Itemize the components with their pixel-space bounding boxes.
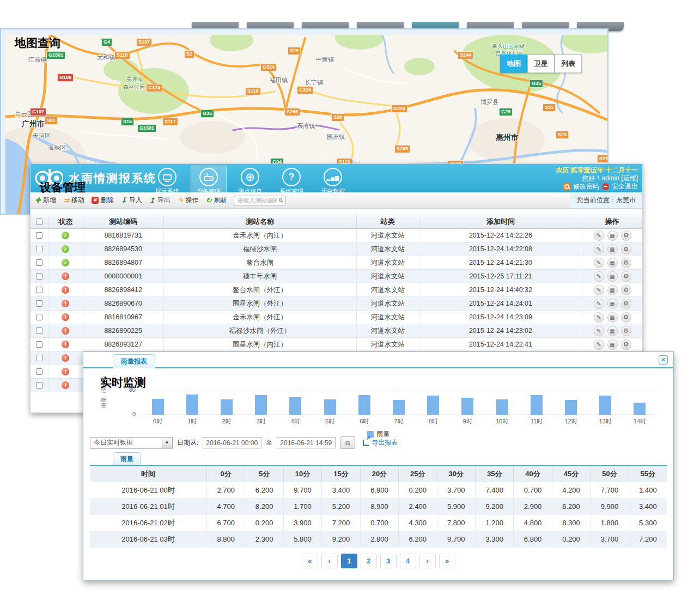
calendar-icon[interactable]	[607, 230, 618, 241]
row-checkbox[interactable]	[36, 287, 42, 293]
gear-icon[interactable]	[621, 244, 631, 254]
edit-icon[interactable]	[594, 312, 604, 323]
nav-item[interactable]: 系统管理	[273, 166, 309, 198]
row-checkbox[interactable]	[36, 327, 42, 334]
toolbar-button[interactable]: 删除	[92, 196, 114, 205]
edit-icon[interactable]	[594, 244, 604, 254]
chart-bar: 14时	[623, 390, 657, 415]
row-checkbox[interactable]	[36, 341, 42, 348]
date-to-input[interactable]	[277, 437, 336, 448]
edit-icon[interactable]	[594, 230, 604, 241]
row-checkbox[interactable]	[36, 246, 42, 252]
date-from-input[interactable]	[203, 437, 261, 448]
station-code: 8826898412	[83, 283, 164, 296]
row-checkbox[interactable]	[36, 273, 42, 280]
map-type-button[interactable]: 列表	[555, 54, 582, 73]
page-button[interactable]: 1	[341, 554, 357, 568]
page-button[interactable]: 3	[380, 554, 397, 568]
calendar-icon[interactable]	[607, 285, 618, 295]
map-type-button[interactable]: 地图	[500, 54, 527, 73]
edit-icon[interactable]	[594, 326, 604, 336]
station-name: 金禾水闸（内江）	[164, 229, 357, 242]
edit-icon[interactable]	[594, 339, 604, 350]
toolbar-button[interactable]: 导入	[121, 196, 142, 205]
status-icon	[62, 327, 69, 335]
gear-icon[interactable]	[621, 339, 631, 350]
row-checkbox[interactable]	[36, 355, 42, 361]
gear-icon[interactable]	[621, 230, 631, 241]
chart-bar: 7时	[381, 390, 416, 415]
gear-icon[interactable]	[621, 299, 631, 309]
search-icon[interactable]	[279, 198, 282, 201]
page-button[interactable]: ‹	[321, 554, 338, 568]
nav-item[interactable]: 历史数据	[315, 166, 351, 198]
road-badge: G324	[391, 105, 407, 113]
table-row: 8826894807 鳌台水闸 河道水文站 2015-12-24 14:21:3…	[31, 256, 642, 270]
status-icon	[62, 245, 69, 253]
chart-x-axis	[141, 415, 657, 415]
query-button[interactable]	[340, 436, 355, 449]
chart-bar: 6时	[347, 390, 381, 415]
minute-header: 5分	[245, 466, 283, 482]
row-checkbox[interactable]	[36, 382, 42, 389]
road-badge: S81	[45, 117, 58, 125]
calendar-icon[interactable]	[607, 271, 618, 282]
page-button[interactable]: «	[302, 554, 318, 568]
gear-icon[interactable]	[621, 312, 631, 323]
nav-item[interactable]: 测点信息	[232, 166, 268, 198]
road-badge: S21	[543, 104, 556, 112]
dataset-dropdown[interactable]: 今日实时数据	[90, 437, 173, 449]
pagination: «‹1234›»	[83, 554, 673, 568]
gear-icon[interactable]	[621, 326, 631, 336]
dropdown-arrow-icon[interactable]	[162, 438, 172, 448]
gear-icon[interactable]	[621, 271, 631, 282]
page-button[interactable]: »	[439, 554, 455, 568]
nav-item[interactable]: 展示系统	[149, 166, 185, 198]
page-button[interactable]: ›	[419, 554, 436, 568]
chart-bars: 0时1时2时3时4时5时6时7时8时9时10时11时12时13时14时	[141, 390, 657, 415]
gear-icon[interactable]	[621, 258, 631, 268]
toolbar-button[interactable]: 移动	[63, 196, 84, 205]
station-type: 河道水文站	[357, 270, 419, 283]
calendar-icon[interactable]	[607, 244, 618, 254]
rain-report-popup: 雨量报表 雨量（毫米） 80 0 0时1时2时3时4时5时6时7时8时9时10时…	[83, 351, 674, 580]
edit-icon[interactable]	[594, 271, 604, 282]
page-button[interactable]: 4	[400, 554, 416, 568]
row-checkbox[interactable]	[36, 314, 42, 320]
calendar-icon[interactable]	[607, 299, 618, 309]
row-checkbox[interactable]	[36, 259, 42, 266]
subtab-rain[interactable]: 雨量	[113, 452, 141, 465]
toolbar-icon	[35, 197, 41, 204]
select-all-checkbox[interactable]	[36, 219, 42, 225]
toolbar-button[interactable]: 新增	[35, 196, 56, 205]
tab-rain-report[interactable]: 雨量报表	[113, 354, 155, 368]
row-checkbox[interactable]	[36, 368, 42, 375]
close-icon[interactable]	[659, 355, 668, 365]
filter-row: 今日实时数据 日期从: 至 导出报表	[90, 436, 398, 449]
station-type: 河道水文站	[357, 256, 419, 269]
row-checkbox[interactable]	[36, 232, 42, 239]
calendar-icon[interactable]	[607, 258, 618, 268]
status-icon	[62, 272, 69, 280]
rain-table-body: 2016-06-21 00时 2.700 6.200 9.700 3.400 6…	[90, 482, 667, 548]
calendar-icon[interactable]	[607, 312, 618, 323]
edit-icon[interactable]	[594, 258, 604, 268]
chart-bar: 11时	[519, 390, 553, 415]
change-password-link[interactable]: 修改密码	[573, 183, 599, 191]
edit-icon[interactable]	[594, 299, 604, 309]
map-type-button[interactable]: 卫星	[527, 54, 555, 73]
row-checkbox[interactable]	[36, 300, 42, 307]
export-report-link[interactable]: 导出报表	[363, 438, 398, 447]
lunar-date: 农历 贰零壹伍年 十二月十一	[556, 166, 638, 174]
gear-icon[interactable]	[621, 285, 631, 295]
edit-icon[interactable]	[594, 285, 604, 295]
calendar-icon[interactable]	[607, 339, 618, 350]
rain-table-row: 2016-06-21 02时 6.700 0.200 3.900 7.200 0…	[90, 515, 667, 531]
logout-link[interactable]: 安全退出	[612, 183, 638, 191]
road-badge: S244	[458, 51, 473, 59]
page-button[interactable]: 2	[361, 554, 377, 568]
calendar-icon[interactable]	[607, 326, 618, 336]
station-name: 福绿沙水闸	[164, 242, 357, 256]
nav-item[interactable]: 设备管理	[191, 166, 227, 198]
annotation-realtime: 实时监测	[100, 375, 146, 390]
